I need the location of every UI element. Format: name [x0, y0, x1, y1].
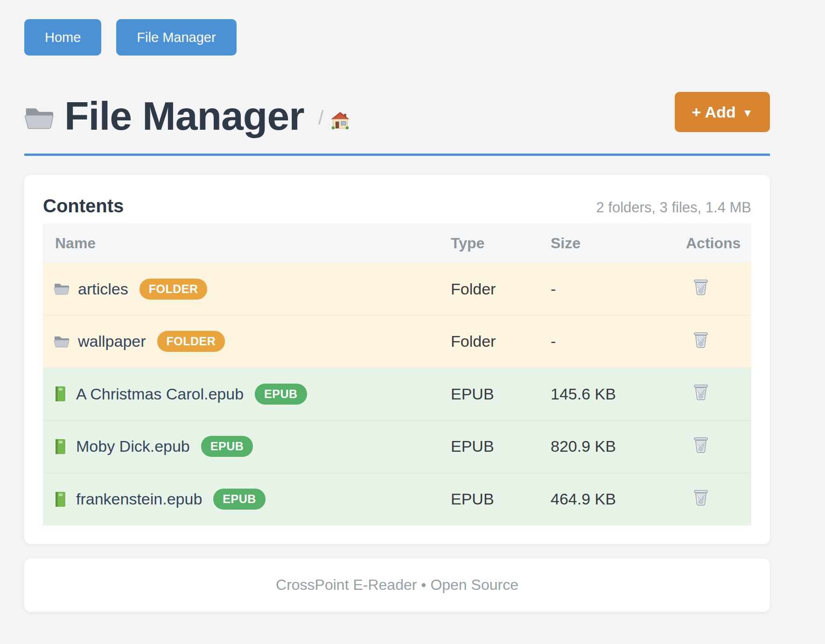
breadcrumb-separator: / [318, 107, 324, 129]
size-cell: 145.6 KB [551, 368, 686, 420]
trash-icon[interactable] [693, 489, 708, 506]
contents-title: Contents [43, 196, 124, 217]
caret-down-icon: ▼ [742, 107, 753, 119]
name-cell: wallpaper FOLDER [43, 331, 451, 352]
book-icon [54, 386, 68, 402]
top-nav: Home File Manager [24, 19, 770, 56]
name-cell: A Christmas Carol.epub EPUB [43, 384, 451, 405]
name-cell: frankenstein.epub EPUB [43, 489, 451, 510]
type-cell: Folder [451, 263, 551, 315]
folder-icon [54, 282, 70, 295]
name-cell: Moby Dick.epub EPUB [43, 436, 451, 457]
add-button-label: + Add [692, 103, 736, 121]
table-row: Moby Dick.epub EPUB EPUB 820.9 KB [43, 420, 751, 473]
title-group: File Manager / [24, 96, 350, 132]
file-name[interactable]: wallpaper [78, 332, 146, 350]
table-row: frankenstein.epub EPUB EPUB 464.9 KB [43, 473, 751, 525]
page-title: File Manager [64, 96, 304, 136]
column-header-type: Type [451, 224, 551, 263]
nav-home-button[interactable]: Home [24, 19, 101, 56]
file-manager-page: Home File Manager File Manager / [24, 0, 770, 612]
size-cell: 820.9 KB [551, 420, 686, 473]
contents-card: Contents 2 folders, 3 files, 1.4 MB Name… [24, 175, 770, 544]
table-row: articles FOLDER Folder - [43, 263, 751, 315]
trash-icon[interactable] [693, 436, 708, 454]
table-row: wallpaper FOLDER Folder - [43, 315, 751, 368]
file-name[interactable]: articles [78, 280, 128, 298]
contents-summary: 2 folders, 3 files, 1.4 MB [596, 199, 751, 216]
house-icon[interactable] [331, 112, 350, 130]
type-badge: EPUB [255, 384, 307, 405]
size-cell: - [551, 315, 686, 368]
folder-icon [54, 335, 70, 348]
file-name[interactable]: Moby Dick.epub [76, 437, 190, 455]
add-button[interactable]: + Add ▼ [675, 92, 770, 132]
type-cell: EPUB [451, 420, 551, 473]
type-cell: Folder [451, 315, 551, 368]
file-name[interactable]: frankenstein.epub [76, 490, 202, 508]
name-cell: articles FOLDER [43, 279, 451, 300]
type-cell: EPUB [451, 368, 551, 420]
header-divider [24, 154, 770, 156]
file-table: Name Type Size Actions articles [43, 224, 751, 525]
type-badge: EPUB [213, 489, 265, 510]
column-header-actions: Actions [686, 224, 751, 263]
footer-text: CrossPoint E-Reader • Open Source [276, 576, 518, 594]
footer: CrossPoint E-Reader • Open Source [24, 559, 770, 612]
file-name[interactable]: A Christmas Carol.epub [76, 385, 244, 403]
size-cell: - [551, 263, 686, 315]
type-badge: FOLDER [140, 279, 208, 300]
size-cell: 464.9 KB [551, 473, 686, 525]
trash-icon[interactable] [693, 331, 708, 349]
book-icon [54, 491, 68, 507]
book-icon [54, 439, 68, 455]
type-badge: FOLDER [157, 331, 225, 352]
trash-icon[interactable] [693, 278, 708, 296]
page-header: File Manager / + Add ▼ [24, 92, 770, 132]
nav-file-manager-button[interactable]: File Manager [116, 19, 236, 56]
table-header-row: Name Type Size Actions [43, 224, 751, 263]
column-header-name: Name [43, 224, 451, 263]
contents-card-header: Contents 2 folders, 3 files, 1.4 MB [43, 196, 751, 216]
type-badge: EPUB [201, 436, 253, 457]
column-header-size: Size [551, 224, 686, 263]
type-cell: EPUB [451, 473, 551, 525]
table-row: A Christmas Carol.epub EPUB EPUB 145.6 K… [43, 368, 751, 420]
trash-icon[interactable] [693, 383, 708, 401]
folder-icon [24, 105, 54, 131]
